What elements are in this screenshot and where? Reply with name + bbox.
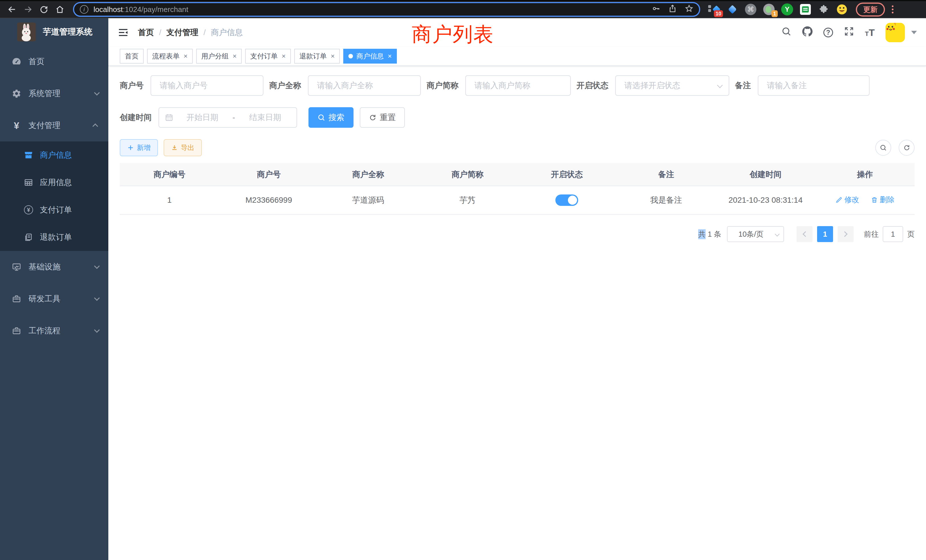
browser-home-button[interactable] — [53, 2, 67, 17]
pagination-total: 共 1 条 — [698, 229, 721, 239]
page-info-icon[interactable]: i — [80, 5, 88, 14]
extensions-puzzle-icon[interactable] — [818, 3, 830, 15]
extension-command-icon[interactable]: ⌘ — [745, 3, 757, 15]
extension-recorder-icon[interactable]: 1 — [763, 3, 775, 15]
breadcrumb-pay[interactable]: 支付管理 — [166, 27, 198, 38]
tab-refund-order[interactable]: 退款订单× — [294, 49, 340, 64]
filter-row-2: 创建时间 开始日期 - 结束日期 搜索 — [120, 107, 915, 128]
toggle-search-icon-button[interactable] — [875, 140, 891, 156]
sidebar-item-infra[interactable]: 基础设施 — [0, 251, 108, 283]
github-icon[interactable] — [802, 26, 813, 39]
short-name-input[interactable] — [465, 75, 571, 96]
help-icon[interactable]: ? — [823, 28, 833, 37]
search-button[interactable]: 搜索 — [309, 107, 354, 128]
tab-label: 首页 — [125, 51, 139, 61]
table-row: 1 M233666999 芋道源码 芋艿 我是备注 2021-10-23 08:… — [120, 186, 915, 215]
cell-create-time: 2021-10-23 08:31:14 — [716, 186, 816, 215]
bookmark-star-icon[interactable] — [685, 4, 693, 15]
sidebar-item-devtools[interactable]: 研发工具 — [0, 283, 108, 315]
url-host: localhost — [94, 5, 123, 14]
cell-full-name: 芋道源码 — [318, 186, 418, 215]
table-toolbar: 新增 导出 — [120, 139, 915, 156]
create-time-range-picker[interactable]: 开始日期 - 结束日期 — [159, 107, 297, 128]
edit-link[interactable]: 修改 — [835, 195, 859, 205]
password-key-icon[interactable] — [652, 4, 660, 15]
merchant-no-input[interactable] — [151, 75, 263, 96]
reset-button[interactable]: 重置 — [360, 107, 405, 128]
tab-label: 流程表单 — [152, 51, 180, 61]
browser-update-button[interactable]: 更新 — [856, 3, 885, 17]
browser-forward-button[interactable] — [21, 2, 35, 17]
reset-button-label: 重置 — [380, 112, 396, 123]
sidebar-item-home[interactable]: 首页 — [0, 45, 108, 77]
tab-close-icon[interactable]: × — [331, 53, 335, 60]
remark-input[interactable] — [758, 75, 870, 96]
tab-label: 退款订单 — [300, 51, 327, 61]
tab-home[interactable]: 首页 — [120, 49, 144, 64]
fullscreen-icon[interactable] — [844, 26, 854, 39]
sidebar-item-label: 应用信息 — [40, 177, 72, 188]
chevron-right-icon — [842, 231, 847, 237]
edit-link-label: 修改 — [844, 195, 859, 205]
tab-pay-order[interactable]: 支付订单× — [245, 49, 291, 64]
share-icon[interactable] — [668, 4, 677, 15]
status-toggle[interactable] — [555, 194, 578, 206]
tab-merchant-info[interactable]: 商户信息× — [343, 49, 397, 64]
header-search-icon[interactable] — [781, 26, 791, 39]
tab-process-form[interactable]: 流程表单× — [147, 49, 193, 64]
add-button[interactable]: 新增 — [120, 139, 158, 156]
delete-link[interactable]: 删除 — [871, 195, 895, 205]
extension-kite-icon[interactable] — [726, 3, 738, 15]
sidebar-collapse-icon[interactable] — [118, 27, 129, 38]
export-button[interactable]: 导出 — [163, 139, 202, 156]
tab-close-icon[interactable]: × — [184, 53, 188, 60]
chevron-down-icon — [717, 82, 723, 88]
sidebar-item-workflow[interactable]: 工作流程 — [0, 315, 108, 347]
sidebar-item-app-info[interactable]: 应用信息 — [0, 169, 108, 196]
refresh-table-icon-button[interactable] — [899, 140, 915, 156]
page-1-button[interactable]: 1 — [817, 226, 833, 242]
breadcrumb-separator: / — [204, 28, 206, 37]
browser-back-button[interactable] — [5, 2, 20, 17]
browser-reload-button[interactable] — [36, 2, 51, 17]
sidebar-logo[interactable]: 芋道管理系统 — [0, 18, 108, 45]
browser-toolbar: i localhost:1024/pay/merchant 10 — [0, 0, 926, 18]
tab-label: 商户信息 — [356, 51, 384, 61]
extension-y-icon[interactable]: Y — [781, 3, 793, 15]
breadcrumb-home[interactable]: 首页 — [138, 27, 154, 38]
browser-menu-icon[interactable] — [892, 5, 894, 14]
tab-close-icon[interactable]: × — [233, 53, 237, 60]
browser-address-bar[interactable]: i localhost:1024/pay/merchant — [73, 2, 700, 17]
filter-status: 开启状态 请选择开启状态 — [576, 75, 729, 96]
sidebar-item-pay-order[interactable]: ¥ 支付订单 — [0, 196, 108, 224]
table-header-row: 商户编号 商户号 商户全称 商户简称 开启状态 备注 创建时间 操作 — [120, 163, 915, 186]
sidebar-item-label: 首页 — [29, 56, 44, 67]
profile-emoji-icon[interactable] — [836, 3, 848, 15]
extension-chat-icon[interactable] — [799, 3, 811, 15]
user-avatar[interactable] — [885, 23, 905, 42]
sidebar-item-system[interactable]: 系统管理 — [0, 77, 108, 109]
yen-icon: ¥ — [10, 120, 23, 131]
sidebar-item-pay[interactable]: ¥ 支付管理 — [0, 109, 108, 141]
avatar-caret-icon[interactable] — [911, 31, 917, 34]
tab-close-icon[interactable]: × — [388, 53, 392, 60]
sidebar-item-refund-order[interactable]: 退款订单 — [0, 224, 108, 251]
page-size-select[interactable]: 10条/页 — [727, 226, 784, 242]
tab-close-icon[interactable]: × — [282, 53, 286, 60]
total-count: 1 — [708, 230, 712, 239]
tab-user-group[interactable]: 用户分组× — [196, 49, 242, 64]
status-select[interactable]: 请选择开启状态 — [615, 75, 729, 96]
cell-merchant-id: 1 — [120, 186, 219, 215]
extension-badge: 10 — [714, 10, 723, 17]
plus-icon — [127, 144, 134, 151]
full-name-input[interactable] — [308, 75, 421, 96]
font-size-icon[interactable]: TT — [865, 27, 875, 38]
next-page-button[interactable] — [838, 226, 853, 242]
url-path: :1024/pay/merchant — [123, 5, 188, 14]
prev-page-button[interactable] — [797, 226, 813, 242]
grid-icon — [22, 178, 35, 187]
goto-page-input[interactable] — [883, 226, 903, 242]
sidebar-item-merchant-info[interactable]: 商户信息 — [0, 141, 108, 169]
extension-devtools-icon[interactable]: 10 — [708, 3, 720, 15]
toolbox-icon — [10, 294, 23, 304]
